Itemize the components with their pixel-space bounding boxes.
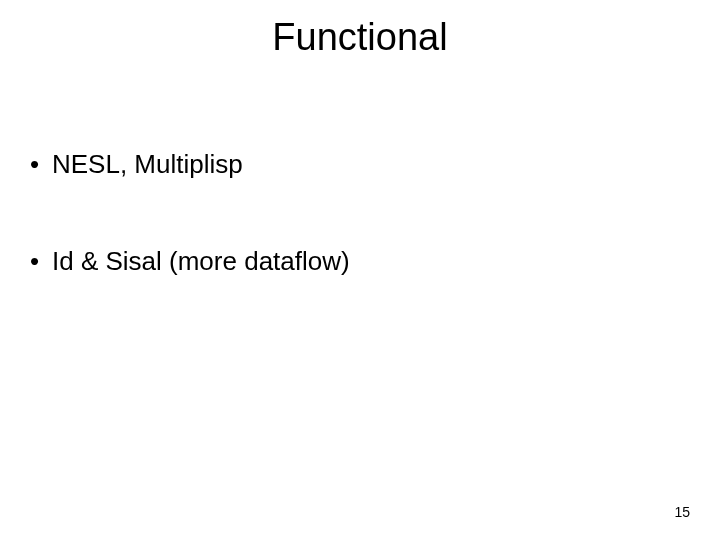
slide-title: Functional xyxy=(0,16,720,59)
bullet-marker: • xyxy=(30,245,52,278)
bullet-marker: • xyxy=(30,148,52,181)
slide: Functional •NESL, Multiplisp •Id & Sisal… xyxy=(0,0,720,540)
bullet-text: Id & Sisal (more dataflow) xyxy=(52,246,350,276)
bullet-item: •NESL, Multiplisp xyxy=(30,148,680,181)
slide-body: •NESL, Multiplisp •Id & Sisal (more data… xyxy=(30,148,680,341)
page-number: 15 xyxy=(674,504,690,520)
bullet-text: NESL, Multiplisp xyxy=(52,149,243,179)
bullet-item: •Id & Sisal (more dataflow) xyxy=(30,245,680,278)
